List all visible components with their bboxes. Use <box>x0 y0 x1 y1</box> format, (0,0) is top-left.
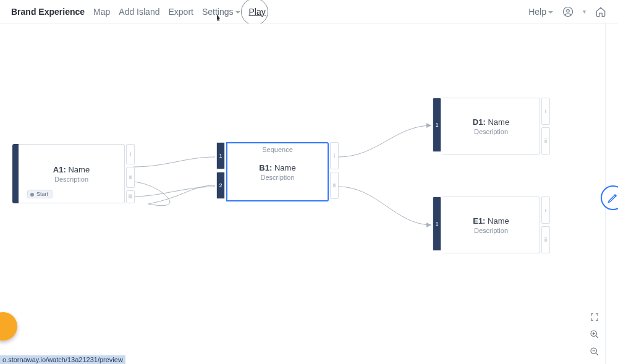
nav-map[interactable]: Map <box>93 7 110 17</box>
node-desc: Description <box>260 174 294 181</box>
zoom-in-icon[interactable] <box>588 328 601 341</box>
node-e1[interactable]: 1 E1: Name Description i ii <box>433 197 550 253</box>
output-port-1[interactable]: i <box>330 142 339 169</box>
svg-marker-3 <box>426 222 431 227</box>
map-canvas[interactable]: A1: Name Description Start i ii iii 1 2 … <box>0 23 606 364</box>
nav-help[interactable]: Help <box>528 7 553 17</box>
svg-point-1 <box>567 9 570 12</box>
node-desc: Description <box>54 176 88 183</box>
input-port-1[interactable]: 1 <box>433 197 441 251</box>
input-port-1[interactable]: 1 <box>216 142 225 169</box>
node-title: D1: Name <box>473 117 509 127</box>
nav-add-island[interactable]: Add Island <box>119 7 159 17</box>
sequence-label: Sequence <box>262 146 293 153</box>
nav-export[interactable]: Export <box>168 7 193 17</box>
top-nav: Brand Experience Map Add Island Export S… <box>0 0 618 23</box>
node-body[interactable]: D1: Name Description <box>442 98 540 154</box>
node-b1[interactable]: 1 2 Sequence B1: Name Description i ii <box>216 142 339 201</box>
output-port-1[interactable]: i <box>541 197 550 224</box>
node-input-handle[interactable] <box>12 144 19 203</box>
node-title: E1: Name <box>473 216 509 226</box>
zoom-out-icon[interactable] <box>588 345 601 358</box>
output-port-2[interactable]: ii <box>541 226 550 253</box>
node-body[interactable]: Sequence B1: Name Description <box>226 142 329 201</box>
node-desc: Description <box>474 227 508 234</box>
node-a1[interactable]: A1: Name Description Start i ii iii <box>12 144 135 203</box>
node-title: A1: Name <box>53 165 90 174</box>
status-url: o.stornaway.io/watch/13a21231/preview <box>0 355 125 364</box>
brand-title: Brand Experience <box>11 7 85 17</box>
output-port-1[interactable]: i <box>126 144 135 164</box>
output-port-2[interactable]: ii <box>330 172 339 199</box>
nav-play[interactable]: Play <box>249 7 266 17</box>
output-port-2[interactable]: ii <box>126 167 135 187</box>
chevron-down-icon: ▾ <box>583 8 586 15</box>
home-icon[interactable] <box>595 6 607 18</box>
svg-marker-2 <box>426 123 431 128</box>
play-highlight-ring <box>241 0 268 25</box>
input-port-2[interactable]: 2 <box>216 172 225 199</box>
start-badge: Start <box>27 190 53 198</box>
output-port-1[interactable]: i <box>541 98 550 125</box>
node-body[interactable]: E1: Name Description <box>442 197 540 253</box>
node-desc: Description <box>474 128 508 135</box>
output-port-2[interactable]: ii <box>541 127 550 154</box>
fullscreen-icon[interactable] <box>588 311 601 323</box>
account-icon[interactable] <box>562 6 574 18</box>
node-title: B1: Name <box>259 163 295 172</box>
output-port-3[interactable]: iii <box>126 190 135 203</box>
nav-settings[interactable]: Settings <box>202 7 240 17</box>
input-port-1[interactable]: 1 <box>433 98 441 152</box>
zoom-controls <box>588 311 601 358</box>
node-d1[interactable]: 1 D1: Name Description i ii <box>433 98 550 154</box>
node-body[interactable]: A1: Name Description Start <box>19 144 125 203</box>
